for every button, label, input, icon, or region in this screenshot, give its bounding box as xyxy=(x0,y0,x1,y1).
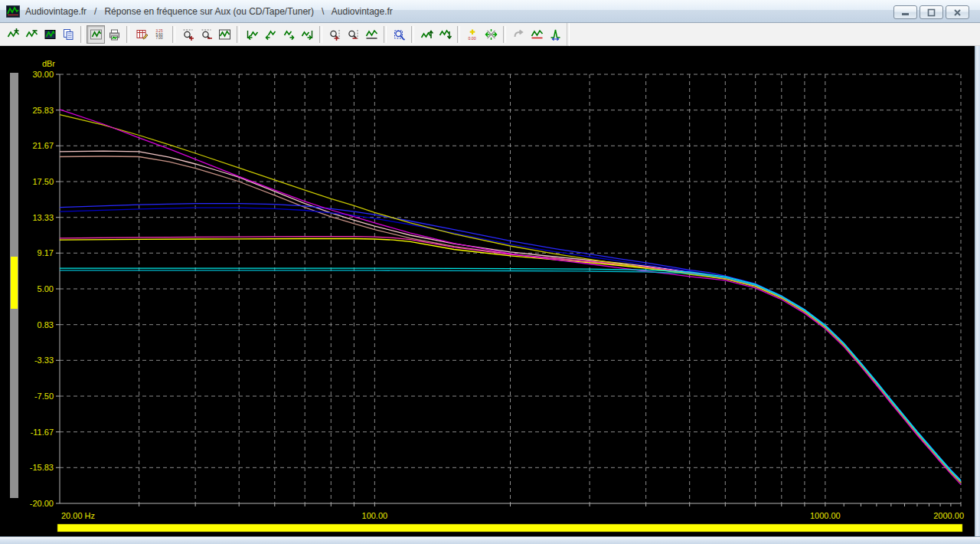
wave-frame-icon xyxy=(90,28,103,41)
value-list-icon: 3.255.607.00 xyxy=(154,28,167,41)
print-wave-icon xyxy=(108,28,121,41)
shift-curve-up-button[interactable] xyxy=(417,25,436,44)
add-marker-button[interactable]: 0.00 xyxy=(463,25,482,44)
marker-add-icon: 0.00 xyxy=(466,28,479,41)
wave-right-end-icon xyxy=(301,28,314,41)
window-right-border xyxy=(975,46,980,536)
zoomy-in-icon xyxy=(328,28,341,41)
y-tick-label: 21.67 xyxy=(32,141,54,150)
y-tick-label: 5.00 xyxy=(38,284,54,293)
copy-icon xyxy=(62,28,75,41)
y-axis-title: dBr xyxy=(42,59,55,68)
wave-plus-icon xyxy=(7,28,20,41)
zoom-x-out-button[interactable] xyxy=(197,25,215,44)
toolbar-separator xyxy=(237,26,240,43)
zoom-x-in-button[interactable] xyxy=(178,25,197,44)
x-tick-label: 20.00 Hz xyxy=(61,511,95,520)
impulse-icon xyxy=(549,28,562,41)
toolbar-separator xyxy=(172,26,175,43)
toolbar-separator xyxy=(384,26,387,43)
toolbar-separator xyxy=(503,26,506,43)
wave-left-end-icon xyxy=(246,28,259,41)
copy-curve-button[interactable] xyxy=(59,25,77,44)
impulse-view-button[interactable] xyxy=(546,25,564,44)
app-window: Audiovintage.fr / Réponse en fréquence s… xyxy=(0,0,980,544)
wave-save-icon xyxy=(44,28,57,41)
svg-text:0.00: 0.00 xyxy=(468,35,475,40)
fit-horizontal-button[interactable] xyxy=(215,25,234,44)
fit-vertical-button[interactable] xyxy=(362,25,381,44)
remove-curve-button[interactable] xyxy=(22,25,41,44)
y-range-indicator-thumb[interactable] xyxy=(11,257,18,309)
toolbar-separator xyxy=(411,26,414,43)
toolbar: 3.255.607.000.00 xyxy=(0,23,980,46)
y-tick-label: -20.00 xyxy=(30,499,54,508)
y-tick-label: 25.83 xyxy=(32,106,54,115)
zoomy-out-icon xyxy=(347,28,360,41)
window-bottom-border xyxy=(0,536,980,544)
overlay-curves-button[interactable] xyxy=(528,25,546,44)
minimize-button[interactable] xyxy=(893,5,917,19)
y-tick-label: -15.83 xyxy=(30,463,54,472)
zoom-y-out-button[interactable] xyxy=(344,25,362,44)
toolbar-separator xyxy=(457,26,460,43)
y-tick-label: -3.33 xyxy=(34,356,54,365)
restore-button[interactable] xyxy=(920,5,943,19)
app-icon xyxy=(6,5,20,18)
y-tick-label: 0.83 xyxy=(38,320,54,329)
y-tick-label: -11.67 xyxy=(31,428,54,437)
titlebar[interactable]: Audiovintage.fr / Réponse en fréquence s… xyxy=(0,0,980,23)
y-tick-label: 13.33 xyxy=(32,213,54,222)
show-curve-button[interactable] xyxy=(87,25,105,44)
wave-up-icon xyxy=(420,28,433,41)
zoom-selection-button[interactable] xyxy=(390,25,408,44)
zoomx-in-icon xyxy=(181,28,194,41)
undo-button[interactable] xyxy=(509,25,528,44)
wave-minus-icon xyxy=(25,28,38,41)
toolbar-separator xyxy=(80,26,83,43)
toolbar-end-border xyxy=(567,23,570,46)
scroll-left-end-button[interactable] xyxy=(243,25,261,44)
zoom-y-in-button[interactable] xyxy=(325,25,344,44)
zoomx-out-icon xyxy=(200,28,213,41)
close-button[interactable] xyxy=(946,5,969,19)
save-curve-button[interactable] xyxy=(41,25,59,44)
print-curve-button[interactable] xyxy=(105,25,123,44)
shift-curve-down-button[interactable] xyxy=(436,25,454,44)
x-range-indicator[interactable] xyxy=(57,524,962,532)
table-edit-icon xyxy=(136,28,149,41)
x-tick-label: 2000.00 xyxy=(933,511,964,520)
toolbar-separator xyxy=(126,26,129,43)
x-tick-label: 1000.00 xyxy=(810,511,841,520)
scroll-right-button[interactable] xyxy=(279,25,298,44)
scroll-left-button[interactable] xyxy=(261,25,279,44)
y-tick-label: -7.50 xyxy=(34,392,54,401)
undo-icon xyxy=(512,28,525,41)
edit-values-table-button[interactable] xyxy=(132,25,151,44)
toolbar-separator xyxy=(319,26,322,43)
clear-markers-button[interactable] xyxy=(482,25,500,44)
svg-text:7.00: 7.00 xyxy=(155,36,162,40)
zoom-selection-icon xyxy=(393,28,406,41)
chart-area: 30.0025.8321.6717.5013.339.175.000.83-3.… xyxy=(0,46,980,536)
window-controls xyxy=(893,5,969,19)
wave-frame2-icon xyxy=(218,28,231,41)
wave-redline-icon xyxy=(531,28,544,41)
y-tick-label: 9.17 xyxy=(38,248,54,257)
add-curve-button[interactable] xyxy=(4,25,22,44)
x-tick-label: 100.00 xyxy=(362,511,388,520)
value-list-button[interactable]: 3.255.607.00 xyxy=(151,25,169,44)
frequency-response-plot[interactable]: 30.0025.8321.6717.5013.339.175.000.83-3.… xyxy=(0,46,980,536)
window-title: Audiovintage.fr / Réponse en fréquence s… xyxy=(25,6,393,17)
wave-right-icon xyxy=(283,28,296,41)
y-tick-label: 17.50 xyxy=(32,177,54,186)
wave-baseline-icon xyxy=(365,28,378,41)
scroll-right-end-button[interactable] xyxy=(298,25,316,44)
wave-left-icon xyxy=(264,28,277,41)
curve-courbe-bleue-1 xyxy=(60,204,961,480)
y-tick-label: 30.00 xyxy=(32,70,54,79)
marker-clear-icon xyxy=(485,28,498,41)
wave-down-icon xyxy=(439,28,452,41)
